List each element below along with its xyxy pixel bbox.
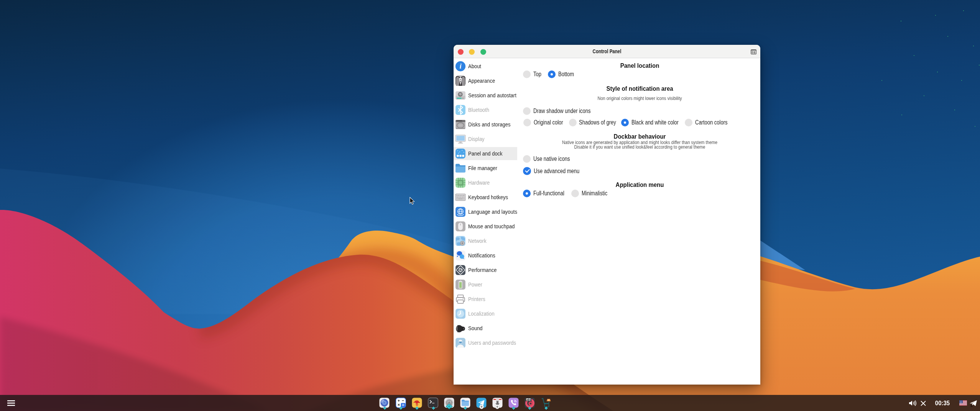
svg-text:i: i: [459, 62, 461, 70]
svg-text:x64: x64: [526, 398, 531, 401]
